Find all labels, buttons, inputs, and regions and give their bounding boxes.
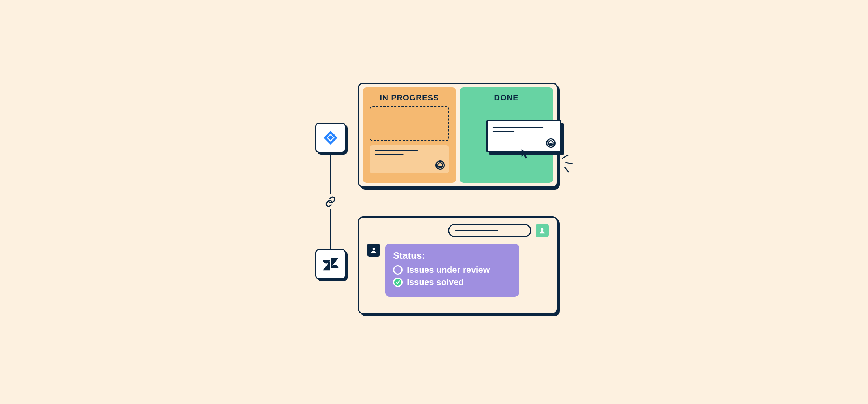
diagram-stage: IN PROGRESS DONE bbox=[307, 76, 561, 328]
requester-chip[interactable] bbox=[367, 244, 380, 257]
ticket-panel: Status: Issues under review Issues solve… bbox=[358, 216, 558, 314]
status-label-under-review: Issues under review bbox=[407, 265, 490, 275]
column-title-in-progress: IN PROGRESS bbox=[380, 93, 439, 103]
status-card: Status: Issues under review Issues solve… bbox=[385, 244, 519, 297]
ticket-header bbox=[367, 224, 549, 237]
status-row-solved: Issues solved bbox=[393, 277, 510, 287]
avatar-icon bbox=[539, 227, 546, 234]
card-line bbox=[375, 150, 418, 151]
cursor-icon bbox=[520, 148, 531, 160]
ticket-body: Status: Issues under review Issues solve… bbox=[367, 244, 549, 297]
zendesk-app-box bbox=[315, 249, 346, 279]
avatar-icon bbox=[546, 138, 556, 148]
status-unchecked-icon bbox=[393, 265, 403, 275]
link-badge bbox=[324, 194, 337, 209]
card-line bbox=[493, 127, 543, 128]
jira-logo-icon bbox=[323, 130, 339, 146]
search-placeholder-line bbox=[455, 230, 498, 231]
card-line bbox=[493, 131, 514, 132]
status-label-solved: Issues solved bbox=[407, 277, 464, 287]
status-checked-icon bbox=[393, 278, 403, 287]
dragged-card[interactable] bbox=[486, 120, 561, 152]
current-user-chip[interactable] bbox=[536, 224, 549, 237]
zendesk-logo-icon bbox=[322, 256, 339, 272]
svg-point-5 bbox=[541, 228, 544, 231]
avatar-icon bbox=[370, 246, 377, 254]
column-title-done: DONE bbox=[494, 93, 519, 103]
kanban-card[interactable] bbox=[370, 145, 449, 173]
card-line bbox=[375, 154, 404, 155]
search-input[interactable] bbox=[448, 224, 531, 237]
svg-point-6 bbox=[373, 248, 375, 250]
column-in-progress: IN PROGRESS bbox=[363, 87, 456, 183]
card-drop-slot[interactable] bbox=[370, 106, 449, 141]
kanban-panel: IN PROGRESS DONE bbox=[358, 83, 558, 188]
link-icon bbox=[325, 196, 336, 207]
jira-app-box bbox=[315, 123, 346, 153]
status-title: Status: bbox=[393, 250, 510, 261]
avatar-icon bbox=[435, 160, 445, 170]
dragged-card-wrap bbox=[486, 120, 561, 152]
status-row-under-review: Issues under review bbox=[393, 265, 510, 275]
